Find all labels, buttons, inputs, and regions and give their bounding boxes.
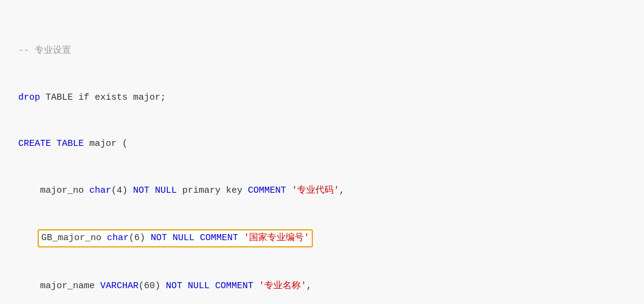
highlighted-row: GB_major_no char(6) NOT NULL COMMENT '国家… (38, 229, 313, 247)
drop-line: drop TABLE if exists major; (18, 90, 363, 106)
create-line: CREATE TABLE major ( (18, 136, 363, 152)
line-gb-major-no: GB_major_no char(6) NOT NULL COMMENT '国家… (18, 229, 363, 247)
drop-text: drop TABLE if exists major; (18, 92, 166, 103)
code-editor: -- 专业设置 drop TABLE if exists major; CREA… (18, 12, 363, 304)
create-text: CREATE TABLE major ( (18, 139, 128, 149)
comment-text: -- 专业设置 (18, 46, 71, 56)
comment-line: -- 专业设置 (18, 43, 363, 59)
line-major-no: major_no char(4) NOT NULL primary key CO… (18, 183, 363, 199)
line-major-name: major_name VARCHAR(60) NOT NULL COMMENT … (18, 278, 363, 294)
